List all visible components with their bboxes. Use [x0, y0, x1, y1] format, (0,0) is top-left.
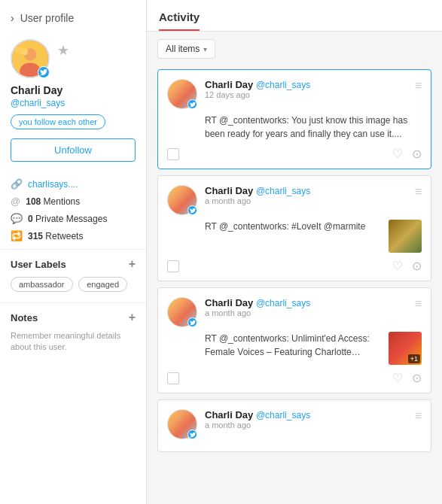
card-body-text: RT @_contentworks: #LoveIt @marmite	[205, 220, 383, 233]
user-labels-title: User Labels	[11, 259, 66, 270]
user-name: Charli Day	[11, 84, 62, 96]
card-avatar-wrap	[167, 297, 197, 327]
card-avatar-wrap	[167, 79, 197, 109]
messages-count: 0 Private Messages	[28, 214, 107, 224]
card-body-with-img: RT @_contentworks: Unlimint'ed Access: F…	[205, 332, 422, 365]
user-handle: @charli_says	[11, 98, 65, 108]
activity-card: Charli Day @charli_says a month ago ≡	[157, 399, 431, 452]
activity-header: Activity	[147, 0, 442, 32]
caret-icon: ▾	[203, 45, 207, 53]
message-icon: 💬	[11, 213, 23, 224]
follow-status-badge: you follow each other	[11, 114, 105, 129]
card-twitter-badge	[187, 430, 197, 439]
check-icon[interactable]: ⊙	[412, 147, 422, 161]
notes-section: Notes + Remember meaningful details abou…	[0, 302, 146, 361]
avatar-row: ★	[11, 39, 69, 78]
user-labels-section: User Labels + ambassador engaged	[0, 249, 146, 302]
all-items-filter[interactable]: All items ▾	[157, 39, 215, 59]
card-username: Charli Day @charli_says	[205, 185, 310, 196]
user-labels-header: User Labels +	[11, 257, 136, 271]
card-time: a month ago	[205, 421, 407, 430]
card-time: a month ago	[205, 196, 407, 205]
card-time: 12 days ago	[205, 90, 407, 99]
svg-rect-4	[16, 47, 24, 53]
avatar	[11, 39, 50, 78]
card-action-icons: ♡ ⊙	[392, 147, 422, 161]
card-thumbnail	[389, 220, 422, 253]
card-actions: ♡ ⊙	[167, 371, 422, 385]
add-note-button[interactable]: +	[129, 311, 136, 324]
card-action-icons: ♡ ⊙	[392, 259, 422, 273]
card-menu-icon[interactable]: ≡	[415, 185, 422, 199]
check-icon[interactable]: ⊙	[412, 259, 422, 273]
twitter-verified-badge	[38, 66, 50, 78]
star-icon[interactable]: ★	[57, 42, 69, 59]
card-header: Charli Day @charli_says 12 days ago ≡	[167, 79, 422, 109]
sidebar-links: 🔗 charlisays.... @ 108 Mentions 💬 0 Priv…	[0, 171, 146, 249]
retweets-row: 🔁 315 Retweets	[11, 230, 136, 241]
activity-card: Charli Day @charli_says a month ago ≡ RT…	[157, 175, 431, 281]
card-body-text: RT @_contentworks: Unlimint'ed Access: F…	[205, 332, 383, 359]
sidebar-header: › User profile	[0, 0, 146, 32]
notes-title: Notes	[11, 312, 38, 323]
at-icon: @	[11, 196, 20, 207]
unfollow-button[interactable]: Unfollow	[11, 138, 136, 162]
card-thumbnail: +1	[389, 332, 422, 365]
card-twitter-badge	[187, 99, 197, 109]
card-username: Charli Day @charli_says	[205, 79, 310, 90]
like-icon[interactable]: ♡	[392, 259, 403, 273]
card-user-info: Charli Day @charli_says a month ago	[205, 297, 407, 317]
card-thumb-badge: +1	[408, 354, 420, 363]
card-menu-icon[interactable]: ≡	[415, 79, 422, 93]
check-icon[interactable]: ⊙	[412, 371, 422, 385]
card-checkbox[interactable]	[167, 148, 179, 160]
link-icon: 🔗	[11, 178, 23, 190]
card-header: Charli Day @charli_says a month ago ≡	[167, 297, 422, 327]
card-actions: ♡ ⊙	[167, 147, 422, 161]
card-actions: ♡ ⊙	[167, 259, 422, 273]
profile-section: ★ Charli Day @charli_says you follow eac…	[0, 32, 146, 171]
activity-list: Charli Day @charli_says 12 days ago ≡ RT…	[147, 66, 442, 504]
card-handle: @charli_says	[256, 186, 310, 196]
card-checkbox[interactable]	[167, 260, 179, 272]
like-icon[interactable]: ♡	[392, 371, 403, 385]
like-icon[interactable]: ♡	[392, 147, 403, 161]
card-menu-icon[interactable]: ≡	[415, 409, 422, 423]
card-time: a month ago	[205, 308, 407, 317]
card-header: Charli Day @charli_says a month ago ≡	[167, 409, 422, 439]
sidebar: › User profile	[0, 0, 147, 504]
activity-tab[interactable]: Activity	[159, 0, 200, 31]
card-handle: @charli_says	[256, 410, 310, 421]
filter-bar: All items ▾	[147, 32, 442, 66]
labels-container: ambassador engaged	[11, 277, 136, 295]
card-body: RT @_contentworks: You just know this im…	[205, 114, 422, 141]
website-link-row: 🔗 charlisays....	[11, 178, 136, 190]
main-panel: Activity All items ▾ Charli Day @charli_…	[147, 0, 442, 504]
filter-label: All items	[166, 44, 200, 54]
card-username: Charli Day @charli_says	[205, 297, 310, 308]
add-label-button[interactable]: +	[129, 257, 136, 271]
card-avatar-wrap	[167, 185, 197, 215]
card-user-info: Charli Day @charli_says 12 days ago	[205, 79, 407, 99]
notes-header: Notes +	[11, 311, 136, 324]
retweet-icon: 🔁	[11, 230, 23, 241]
card-handle: @charli_says	[256, 298, 310, 308]
card-menu-icon[interactable]: ≡	[415, 297, 422, 311]
card-username: Charli Day @charli_says	[205, 409, 310, 421]
sidebar-title: User profile	[20, 12, 75, 24]
mentions-row: @ 108 Mentions	[11, 196, 136, 207]
card-twitter-badge	[187, 205, 197, 215]
card-user-info: Charli Day @charli_says a month ago	[205, 409, 407, 430]
chevron-right-icon: ›	[11, 12, 14, 24]
card-header: Charli Day @charli_says a month ago ≡	[167, 185, 422, 215]
mentions-count: 108 Mentions	[26, 196, 80, 207]
activity-card: Charli Day @charli_says a month ago ≡ RT…	[157, 287, 431, 393]
label-tag-ambassador[interactable]: ambassador	[11, 277, 73, 292]
card-checkbox[interactable]	[167, 372, 179, 384]
card-user-info: Charli Day @charli_says a month ago	[205, 185, 407, 205]
card-body-with-img: RT @_contentworks: #LoveIt @marmite	[205, 220, 422, 253]
notes-text: Remember meaningful details about this u…	[11, 330, 136, 354]
card-handle: @charli_says	[256, 80, 310, 90]
website-link[interactable]: charlisays....	[28, 179, 78, 190]
label-tag-engaged[interactable]: engaged	[78, 277, 127, 292]
